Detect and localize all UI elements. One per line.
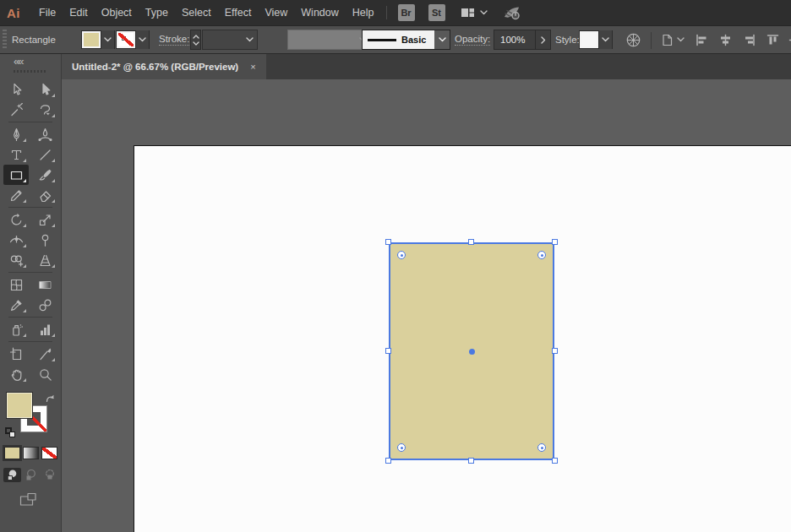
selection-handle-w[interactable] — [385, 348, 391, 354]
document-tab[interactable]: Untitled-2* @ 66.67% (RGB/Preview) × — [62, 54, 266, 79]
scale-tool[interactable] — [32, 209, 57, 230]
selection-handle-ne[interactable] — [552, 239, 558, 245]
opacity-input[interactable]: 100% — [494, 35, 535, 45]
menu-effect[interactable]: Effect — [218, 0, 259, 25]
stroke-color-dropdown-button[interactable] — [135, 30, 149, 49]
stock-button[interactable]: St — [428, 4, 445, 21]
none-button[interactable] — [41, 447, 57, 459]
menu-type[interactable]: Type — [139, 0, 175, 25]
draw-inside-button[interactable] — [41, 468, 58, 482]
swap-fill-stroke-icon[interactable] — [45, 393, 56, 404]
fill-color-control[interactable] — [81, 30, 115, 49]
draw-normal-button[interactable] — [3, 468, 21, 482]
brush-definition-combo[interactable]: Basic — [362, 30, 450, 50]
line-segment-tool[interactable] — [32, 144, 57, 165]
corner-radius-widget-ne[interactable] — [537, 251, 546, 259]
fill-color-swatch[interactable] — [82, 31, 101, 48]
fill-proxy-swatch[interactable] — [6, 392, 33, 419]
selection-handle-nw[interactable] — [385, 239, 391, 245]
shape-builder-tool[interactable] — [3, 250, 29, 270]
controlbar-grip[interactable] — [2, 30, 8, 50]
direct-selection-tool[interactable] — [32, 79, 57, 100]
collapse-panel-button[interactable]: «« — [14, 55, 22, 68]
opacity-label[interactable]: Opacity: — [455, 34, 490, 46]
change-screen-mode-button[interactable] — [0, 492, 61, 507]
type-tool[interactable] — [3, 144, 29, 165]
menu-select[interactable]: Select — [175, 0, 218, 25]
selection-handle-s[interactable] — [468, 458, 474, 464]
stroke-color-control[interactable] — [116, 30, 150, 49]
stroke-weight-combo[interactable] — [202, 30, 258, 50]
artboard-tool[interactable] — [3, 344, 29, 364]
paintbrush-tool[interactable] — [32, 165, 57, 185]
align-top-icon[interactable] — [766, 33, 780, 47]
corner-radius-widget-nw[interactable] — [397, 251, 406, 259]
shaper-tool[interactable] — [3, 185, 29, 205]
hand-tool[interactable] — [3, 364, 29, 384]
selection-handle-e[interactable] — [552, 348, 558, 354]
menu-object[interactable]: Object — [95, 0, 139, 25]
selection-handle-sw[interactable] — [385, 458, 391, 464]
graphic-style-dropdown-button[interactable] — [598, 30, 612, 49]
selection-handle-n[interactable] — [468, 239, 474, 245]
rectangle-tool[interactable] — [3, 165, 29, 185]
rotate-tool[interactable] — [3, 209, 29, 230]
chevron-down-icon[interactable] — [243, 37, 257, 42]
object-center-point[interactable] — [469, 349, 475, 355]
perspective-grid-tool[interactable] — [32, 250, 57, 270]
document-setup-icon[interactable] — [660, 33, 674, 47]
opacity-control[interactable]: 100% — [494, 30, 551, 50]
close-tab-icon[interactable]: × — [250, 62, 255, 72]
selected-rectangle[interactable] — [389, 242, 554, 460]
stroke-weight-stepper[interactable] — [190, 30, 201, 50]
align-center-vertical-icon[interactable] — [788, 33, 791, 47]
corner-radius-widget-se[interactable] — [537, 443, 546, 452]
bridge-button[interactable]: Br — [398, 4, 415, 21]
selection-tool[interactable] — [3, 79, 29, 100]
curvature-tool[interactable] — [32, 124, 57, 144]
fill-color-dropdown-button[interactable] — [101, 30, 114, 49]
align-left-icon[interactable] — [695, 33, 709, 47]
menu-view[interactable]: View — [258, 0, 294, 25]
menu-edit[interactable]: Edit — [63, 0, 95, 25]
stroke-weight-label[interactable]: Stroke: — [159, 34, 189, 46]
column-graph-tool[interactable] — [32, 319, 57, 339]
canvas-pasteboard[interactable] — [62, 79, 791, 532]
menu-file[interactable]: File — [32, 0, 63, 25]
graphic-style-control[interactable] — [579, 30, 613, 49]
puppet-warp-tool[interactable] — [32, 230, 57, 250]
lasso-tool[interactable] — [32, 100, 57, 120]
chevron-up-icon[interactable] — [193, 35, 199, 39]
color-button[interactable] — [4, 447, 20, 459]
corner-radius-widget-sw[interactable] — [397, 443, 406, 452]
slice-tool[interactable] — [32, 344, 57, 364]
chevron-down-icon[interactable] — [677, 37, 685, 42]
gradient-tool[interactable] — [32, 274, 57, 295]
draw-behind-button[interactable] — [22, 468, 40, 482]
blend-tool[interactable] — [32, 295, 57, 315]
default-fill-stroke-icon[interactable] — [5, 427, 15, 437]
magic-wand-tool[interactable] — [3, 100, 29, 120]
chevron-down-icon[interactable] — [193, 41, 199, 46]
menu-help[interactable]: Help — [346, 0, 381, 25]
eyedropper-tool[interactable] — [3, 295, 29, 315]
selection-handle-se[interactable] — [552, 458, 558, 464]
zoom-tool[interactable] — [32, 364, 57, 384]
pen-tool[interactable] — [3, 124, 29, 144]
gradient-button[interactable] — [23, 447, 39, 459]
workspace-switcher[interactable] — [461, 7, 488, 19]
brush-definition-dropdown-button[interactable] — [434, 30, 450, 49]
stroke-color-swatch[interactable] — [117, 31, 135, 48]
opacity-slider-button[interactable] — [535, 30, 550, 49]
mesh-tool[interactable] — [3, 274, 29, 295]
align-center-horizontal-icon[interactable] — [718, 33, 733, 47]
graphic-style-swatch[interactable] — [580, 31, 598, 48]
eraser-tool[interactable] — [32, 185, 57, 205]
gpu-performance-icon[interactable] — [503, 5, 521, 20]
recolor-artwork-icon[interactable] — [625, 32, 641, 48]
align-right-icon[interactable] — [742, 33, 756, 47]
menu-window[interactable]: Window — [294, 0, 345, 25]
tools-panel-grip[interactable] — [14, 70, 47, 73]
symbol-sprayer-tool[interactable] — [3, 319, 29, 339]
width-tool[interactable] — [3, 230, 29, 250]
